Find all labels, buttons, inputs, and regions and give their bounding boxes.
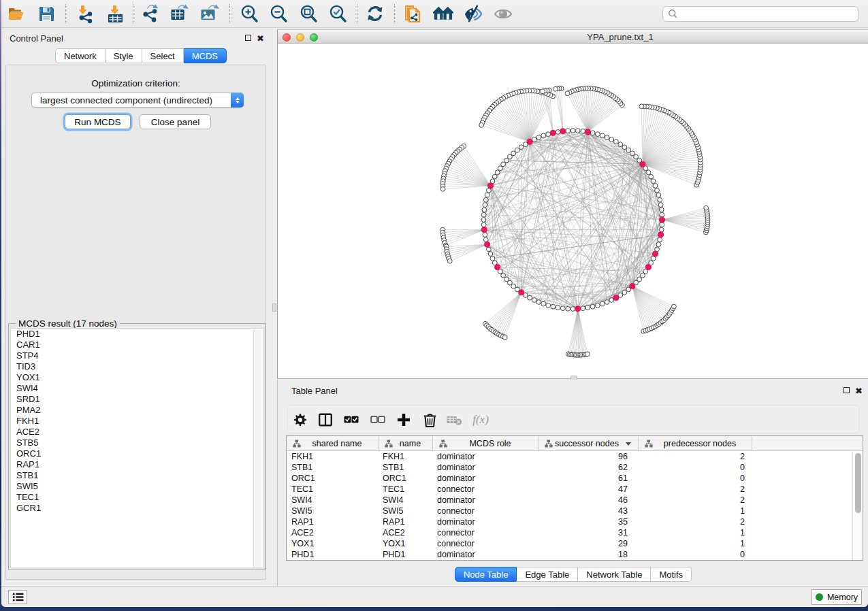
- network-node[interactable]: [622, 145, 627, 150]
- network-node[interactable]: [440, 186, 445, 191]
- network-hub-node[interactable]: [560, 129, 566, 134]
- network-hub-node[interactable]: [658, 232, 664, 237]
- network-node[interactable]: [483, 237, 488, 242]
- network-node[interactable]: [541, 89, 545, 94]
- network-node[interactable]: [519, 145, 524, 150]
- network-node[interactable]: [570, 307, 575, 312]
- mcds-result-item[interactable]: PMA2: [11, 405, 263, 416]
- network-node[interactable]: [585, 306, 590, 310]
- table-row-YOX1[interactable]: YOX1YOX1connector291: [287, 538, 863, 549]
- mcds-result-item[interactable]: STB5: [11, 437, 263, 448]
- network-node[interactable]: [541, 301, 546, 306]
- network-node[interactable]: [570, 129, 575, 133]
- network-hub-node[interactable]: [575, 306, 581, 312]
- node-table-scrollbar-thumb[interactable]: [855, 453, 861, 513]
- mcds-result-item[interactable]: SWI5: [11, 481, 263, 492]
- network-node[interactable]: [541, 133, 546, 138]
- table-row-PHD1[interactable]: PHD1PHD1dominator180: [287, 549, 863, 560]
- table-row-SWI4[interactable]: SWI4SWI4dominator462: [287, 495, 863, 506]
- table-row-RAP1[interactable]: RAP1RAP1dominator352: [287, 516, 863, 527]
- column-header-name[interactable]: name: [379, 436, 433, 451]
- network-node[interactable]: [626, 148, 631, 152]
- import-table-icon[interactable]: [105, 3, 125, 24]
- network-node[interactable]: [536, 135, 541, 140]
- split-columns-icon[interactable]: [315, 410, 336, 430]
- tab-network-table[interactable]: Network Table: [578, 567, 651, 582]
- window-list-menu-button[interactable]: [8, 590, 27, 604]
- network-node[interactable]: [656, 193, 661, 197]
- network-node[interactable]: [481, 212, 486, 217]
- mcds-result-item[interactable]: TID3: [11, 361, 263, 372]
- network-node[interactable]: [585, 352, 590, 357]
- network-node[interactable]: [487, 247, 492, 252]
- control-panel-float-button[interactable]: [245, 35, 251, 41]
- network-node[interactable]: [504, 158, 509, 163]
- network-node[interactable]: [495, 170, 500, 175]
- network-node[interactable]: [566, 306, 570, 311]
- network-node[interactable]: [659, 227, 664, 232]
- mcds-result-item[interactable]: STP4: [11, 350, 263, 361]
- table-panel-close-button[interactable]: ✖: [855, 387, 863, 395]
- network-node[interactable]: [511, 284, 516, 288]
- network-node[interactable]: [490, 256, 495, 261]
- gear-icon[interactable]: [290, 410, 310, 430]
- column-header-predecessor-nodes[interactable]: predecessor nodes: [639, 436, 752, 451]
- network-node[interactable]: [508, 154, 513, 159]
- network-node[interactable]: [488, 252, 493, 257]
- network-hub-node[interactable]: [485, 242, 490, 247]
- first-neighbors-icon[interactable]: [433, 3, 453, 24]
- import-network-icon[interactable]: [75, 3, 95, 24]
- mcds-result-item[interactable]: SWI4: [11, 383, 263, 394]
- export-image-icon[interactable]: [199, 3, 220, 24]
- mcds-result-item[interactable]: ORC1: [11, 448, 263, 459]
- tab-edge-table[interactable]: Edge Table: [517, 567, 578, 582]
- export-table-icon[interactable]: [170, 3, 190, 24]
- network-hub-node[interactable]: [527, 139, 532, 144]
- mcds-result-item[interactable]: YOX1: [11, 372, 263, 383]
- mcds-result-item[interactable]: CAR1: [11, 340, 263, 350]
- network-node[interactable]: [660, 222, 664, 227]
- network-node[interactable]: [581, 306, 585, 311]
- network-node[interactable]: [655, 188, 660, 193]
- network-hub-node[interactable]: [495, 265, 500, 270]
- network-node[interactable]: [483, 233, 487, 237]
- network-node[interactable]: [590, 131, 595, 135]
- network-node[interactable]: [498, 166, 502, 171]
- network-hub-node[interactable]: [481, 227, 487, 233]
- network-node[interactable]: [649, 174, 654, 179]
- run-mcds-button[interactable]: Run MCDS: [65, 114, 131, 129]
- zoom-in-icon[interactable]: [239, 3, 259, 24]
- network-node[interactable]: [595, 303, 600, 308]
- tab-style[interactable]: Style: [106, 48, 142, 63]
- network-node[interactable]: [660, 212, 664, 217]
- network-node[interactable]: [556, 130, 560, 135]
- network-node[interactable]: [600, 133, 605, 138]
- network-canvas[interactable]: [277, 44, 868, 379]
- network-node[interactable]: [605, 135, 609, 140]
- mcds-result-item[interactable]: FKH1: [11, 416, 263, 427]
- table-row-TEC1[interactable]: TEC1TEC1connector472: [287, 484, 863, 495]
- network-node[interactable]: [590, 304, 595, 309]
- mcds-result-item[interactable]: GCR1: [11, 503, 263, 514]
- criterion-dropdown[interactable]: largest connected component (undirected): [31, 93, 244, 108]
- network-node[interactable]: [502, 335, 507, 340]
- clone-network-icon[interactable]: [403, 3, 423, 24]
- network-node[interactable]: [447, 259, 452, 263]
- network-node[interactable]: [622, 290, 627, 295]
- mcds-result-item[interactable]: TEC1: [11, 492, 263, 503]
- network-node[interactable]: [630, 151, 634, 156]
- network-node[interactable]: [637, 277, 642, 282]
- table-row-SWI5[interactable]: SWI5SWI5connector431: [287, 506, 863, 516]
- network-hub-node[interactable]: [645, 265, 651, 270]
- network-node[interactable]: [672, 304, 677, 309]
- network-node[interactable]: [565, 91, 570, 96]
- network-node[interactable]: [481, 222, 486, 227]
- tab-mcds[interactable]: MCDS: [184, 48, 227, 63]
- network-hub-node[interactable]: [640, 161, 645, 167]
- hide-selected-icon[interactable]: [463, 3, 483, 24]
- mcds-list-scrollbar[interactable]: [253, 329, 261, 567]
- network-node[interactable]: [501, 273, 506, 278]
- close-panel-button[interactable]: Close panel: [140, 114, 211, 129]
- zoom-out-icon[interactable]: [268, 3, 289, 24]
- network-hub-node[interactable]: [652, 251, 658, 257]
